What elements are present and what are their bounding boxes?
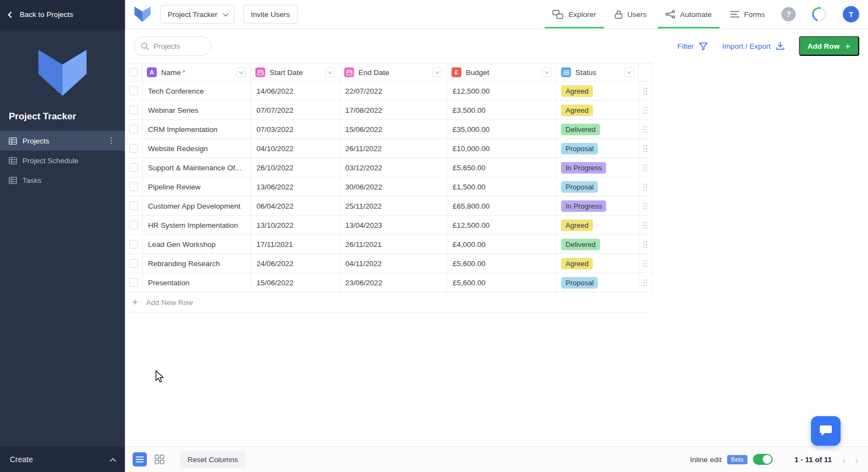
cell-budget[interactable]: £1,500.00 [447, 177, 557, 196]
cell-name[interactable]: Lead Gen Workshop [142, 235, 251, 254]
row-checkbox[interactable] [129, 278, 138, 287]
search-input[interactable] [153, 42, 200, 50]
user-avatar[interactable]: T [843, 6, 859, 22]
cell-status[interactable]: Delivered [557, 120, 639, 139]
column-dropdown-icon[interactable] [325, 67, 335, 77]
column-dropdown-icon[interactable] [236, 67, 246, 77]
cell-start[interactable]: 15/06/2022 [251, 273, 340, 292]
row-drag-handle[interactable] [639, 254, 652, 273]
cell-start[interactable]: 04/10/2022 [251, 139, 340, 158]
cell-status[interactable]: Agreed [557, 82, 639, 100]
cell-budget[interactable]: £10,000.00 [447, 139, 557, 158]
cell-name[interactable]: Tech Conference [142, 82, 251, 100]
cell-status[interactable]: Proposal [557, 273, 639, 292]
row-drag-handle[interactable] [639, 82, 652, 100]
row-checkbox[interactable] [129, 106, 138, 114]
cell-name[interactable]: Pipeline Review [142, 177, 251, 196]
cell-status[interactable]: Delivered [557, 235, 639, 254]
row-select-cell[interactable] [125, 216, 142, 234]
cell-budget[interactable]: £65,800.00 [447, 197, 557, 215]
table-row[interactable]: HR System Implementation13/10/202213/04/… [125, 216, 652, 235]
column-header-budget[interactable]: £Budget [447, 64, 557, 81]
row-select-cell[interactable] [125, 197, 142, 215]
filter-button[interactable]: Filter [677, 42, 708, 50]
cell-status[interactable]: Proposal [557, 177, 639, 196]
row-drag-handle[interactable] [639, 235, 652, 254]
table-row[interactable]: Rebranding Research24/06/202204/11/2022£… [125, 254, 652, 273]
cell-start[interactable]: 26/10/2022 [251, 158, 340, 177]
cell-start[interactable]: 14/06/2022 [251, 82, 340, 100]
cell-status[interactable]: Agreed [557, 216, 639, 234]
back-to-projects-button[interactable]: Back to Projects [0, 0, 125, 29]
column-dropdown-icon[interactable] [542, 67, 552, 77]
cell-start[interactable]: 17/11/2021 [251, 235, 340, 254]
row-checkbox[interactable] [129, 125, 138, 134]
cell-name[interactable]: Support & Maintenance Of... [142, 158, 251, 177]
row-checkbox[interactable] [129, 87, 138, 95]
create-button[interactable]: Create [0, 446, 125, 472]
row-select-cell[interactable] [125, 101, 142, 119]
cell-budget[interactable]: £5,600.00 [447, 254, 557, 273]
cell-name[interactable]: HR System Implementation [142, 216, 251, 234]
top-nav-users[interactable]: Users [615, 0, 647, 28]
select-all-checkbox[interactable] [129, 68, 138, 77]
list-view-button[interactable] [133, 452, 147, 467]
add-new-row-button[interactable]: + Add New Row [125, 292, 652, 313]
column-header-status[interactable]: Status [557, 64, 639, 81]
project-selector-dropdown[interactable]: Project Tracker [160, 5, 235, 24]
table-row[interactable]: Customer App Development06/04/202225/11/… [125, 197, 652, 216]
table-row[interactable]: Lead Gen Workshop17/11/202126/11/2021£4,… [125, 235, 652, 254]
row-select-cell[interactable] [125, 120, 142, 139]
cell-status[interactable]: Proposal [557, 139, 639, 158]
row-drag-handle[interactable] [639, 139, 652, 158]
table-row[interactable]: Support & Maintenance Of...26/10/202203/… [125, 158, 652, 177]
cell-status[interactable]: Agreed [557, 101, 639, 119]
row-drag-handle[interactable] [639, 120, 652, 139]
table-row[interactable]: Tech Conference14/06/202222/07/2022£12,5… [125, 82, 652, 101]
search-box[interactable] [134, 36, 212, 56]
cell-end[interactable]: 15/06/2022 [340, 120, 447, 139]
cell-end[interactable]: 17/08/2022 [340, 101, 447, 119]
cell-end[interactable]: 13/04/2023 [340, 216, 447, 234]
chat-widget-button[interactable] [811, 416, 841, 446]
row-checkbox[interactable] [129, 144, 138, 153]
kebab-menu-icon[interactable]: ⋮ [107, 136, 116, 146]
cell-name[interactable]: Customer App Development [142, 197, 251, 215]
top-nav-forms[interactable]: Forms [730, 0, 765, 28]
previous-page-icon[interactable]: ‹ [841, 454, 848, 465]
row-checkbox[interactable] [129, 182, 138, 191]
add-row-button[interactable]: Add Row + [799, 36, 859, 56]
cell-status[interactable]: Agreed [557, 254, 639, 273]
cell-name[interactable]: CRM Implementation [142, 120, 251, 139]
row-drag-handle[interactable] [639, 177, 652, 196]
row-select-cell[interactable] [125, 254, 142, 273]
table-row[interactable]: Presentation15/06/202223/06/2022£5,600.0… [125, 273, 652, 292]
cell-start[interactable]: 07/07/2022 [251, 101, 340, 119]
table-row[interactable]: Webinar Series07/07/202217/08/2022£3,500… [125, 101, 652, 120]
column-header-end[interactable]: End Date [340, 64, 447, 81]
reset-columns-button[interactable]: Reset Columns [180, 451, 245, 468]
top-nav-automate[interactable]: Automate [665, 0, 712, 28]
column-dropdown-icon[interactable] [432, 67, 442, 77]
row-drag-handle[interactable] [639, 216, 652, 234]
table-row[interactable]: Website Redesign04/10/202226/11/2022£10,… [125, 139, 652, 158]
column-dropdown-icon[interactable] [624, 67, 634, 77]
cell-name[interactable]: Rebranding Research [142, 254, 251, 273]
column-header-start[interactable]: Start Date [251, 64, 340, 81]
cell-status[interactable]: In Progress [557, 197, 639, 215]
select-all-cell[interactable] [125, 64, 142, 81]
cell-end[interactable]: 26/11/2022 [340, 139, 447, 158]
sidebar-item-project-schedule[interactable]: Project Schedule [0, 151, 125, 170]
row-drag-handle[interactable] [639, 101, 652, 119]
row-select-cell[interactable] [125, 273, 142, 292]
table-row[interactable]: CRM Implementation07/03/202215/06/2022£3… [125, 120, 652, 139]
sidebar-item-tasks[interactable]: Tasks [0, 170, 125, 190]
cell-status[interactable]: In Progress [557, 158, 639, 177]
row-checkbox[interactable] [129, 240, 138, 249]
cell-end[interactable]: 03/12/2022 [340, 158, 447, 177]
row-select-cell[interactable] [125, 177, 142, 196]
row-checkbox[interactable] [129, 259, 138, 268]
cell-end[interactable]: 04/11/2022 [340, 254, 447, 273]
invite-users-button[interactable]: Invite Users [243, 5, 298, 24]
inline-edit-toggle[interactable] [753, 454, 773, 465]
